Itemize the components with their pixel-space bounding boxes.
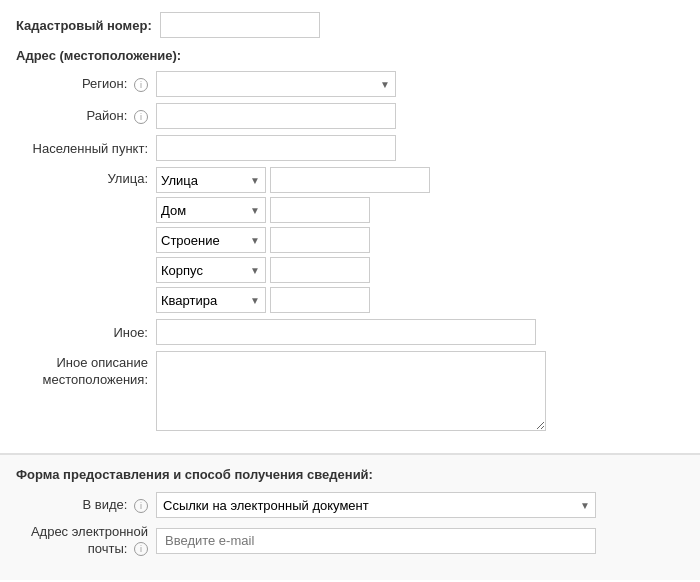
stroenie-select-wrapper: Строение ▼	[156, 227, 266, 253]
nasel-label: Населенный пункт:	[16, 141, 156, 156]
main-section: Кадастровый номер: Адрес (местоположение…	[0, 0, 700, 453]
stroenie-value-input[interactable]	[270, 227, 370, 253]
dom-value-input[interactable]	[270, 197, 370, 223]
page-wrapper: Кадастровый номер: Адрес (местоположение…	[0, 0, 700, 582]
nasel-input[interactable]	[156, 135, 396, 161]
vvide-select-wrapper: Ссылки на электронный документ Бумажный …	[156, 492, 596, 518]
dom-type-select[interactable]: Дом	[156, 197, 266, 223]
dom-select-wrapper: Дом ▼	[156, 197, 266, 223]
rayon-label: Район: i	[16, 108, 156, 124]
korpus-select-wrapper: Корпус ▼	[156, 257, 266, 283]
rayon-row: Район: i	[16, 103, 684, 129]
korpus-value-input[interactable]	[270, 257, 370, 283]
email-label: Адрес электроннойпочты: i	[16, 524, 156, 558]
street-stroenie-row: Строение ▼	[156, 227, 430, 253]
forma-section: Форма предоставления и способ получения …	[0, 453, 700, 580]
email-input[interactable]	[156, 528, 596, 554]
vvide-row: В виде: i Ссылки на электронный документ…	[16, 492, 684, 518]
rayon-input[interactable]	[156, 103, 396, 129]
street-dom-row: Дом ▼	[156, 197, 430, 223]
stroenie-type-select[interactable]: Строение	[156, 227, 266, 253]
street-block: Улица ▼ Дом ▼	[156, 167, 430, 313]
inoye-row: Иное:	[16, 319, 684, 345]
ulitsa-label: Улица:	[16, 167, 156, 186]
kvartira-value-input[interactable]	[270, 287, 370, 313]
street-ulitsa-row: Улица ▼	[156, 167, 430, 193]
inoye-desc-textarea[interactable]	[156, 351, 546, 431]
korpus-type-select[interactable]: Корпус	[156, 257, 266, 283]
email-info-icon[interactable]: i	[134, 542, 148, 556]
inoye-desc-row: Иное описаниеместоположения:	[16, 351, 684, 431]
vvide-label: В виде: i	[16, 497, 156, 513]
region-select-wrapper: ▼	[156, 71, 396, 97]
cadaster-row: Кадастровый номер:	[16, 12, 684, 38]
region-select[interactable]	[156, 71, 396, 97]
nasel-row: Населенный пункт:	[16, 135, 684, 161]
region-info-icon[interactable]: i	[134, 78, 148, 92]
ulitsa-row: Улица: Улица ▼ Дом	[16, 167, 684, 313]
ulitsa-value-input[interactable]	[270, 167, 430, 193]
inoye-desc-label: Иное описаниеместоположения:	[16, 351, 156, 389]
cadaster-input[interactable]	[160, 12, 320, 38]
ulitsa-select-wrapper: Улица ▼	[156, 167, 266, 193]
email-row: Адрес электроннойпочты: i	[16, 524, 684, 558]
inoye-label: Иное:	[16, 325, 156, 340]
street-korpus-row: Корпус ▼	[156, 257, 430, 283]
kvartira-select-wrapper: Квартира ▼	[156, 287, 266, 313]
cadaster-label: Кадастровый номер:	[16, 18, 152, 33]
region-label: Регион: i	[16, 76, 156, 92]
forma-title: Форма предоставления и способ получения …	[16, 467, 684, 482]
rayon-info-icon[interactable]: i	[134, 110, 148, 124]
kvartira-type-select[interactable]: Квартира	[156, 287, 266, 313]
inoye-input[interactable]	[156, 319, 536, 345]
vvide-select[interactable]: Ссылки на электронный документ Бумажный …	[156, 492, 596, 518]
region-row: Регион: i ▼	[16, 71, 684, 97]
address-header: Адрес (местоположение):	[16, 48, 684, 63]
ulitsa-type-select[interactable]: Улица	[156, 167, 266, 193]
street-kvartira-row: Квартира ▼	[156, 287, 430, 313]
vvide-info-icon[interactable]: i	[134, 499, 148, 513]
